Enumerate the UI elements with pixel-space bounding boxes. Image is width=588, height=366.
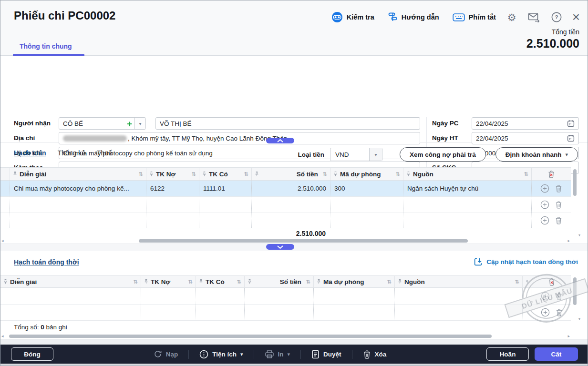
col-ma-du-phong[interactable]: Mã dự phòng⇅ [314, 276, 395, 287]
accounting-table-header: Diễn giải⇅ TK Nợ⇅ TK Có⇅ Số tiền⇅ Mã dự … [0, 167, 571, 181]
footer-actions: Nạp Tiện ích ▾ In ▾ Duyệt Xóa [154, 350, 387, 359]
delete-row-icon[interactable] [556, 308, 563, 316]
pin-icon [255, 171, 259, 177]
scroll-left-icon[interactable]: ◂ [1, 334, 4, 339]
delete-row-icon[interactable] [555, 216, 562, 224]
utilities-button[interactable]: Tiện ích ▾ [199, 350, 243, 359]
vertical-scrollbar[interactable] [573, 168, 577, 235]
currency-select[interactable]: VND ▾ [330, 148, 382, 161]
trash-icon [363, 350, 371, 359]
delete-all-rows-button[interactable] [532, 276, 571, 287]
horizontal-scrollbar[interactable]: ◂ ▸ [0, 334, 571, 339]
delete-all-rows-button[interactable] [532, 168, 571, 180]
col-nguon[interactable]: Nguồn⇅ [403, 168, 532, 180]
table-row-empty[interactable] [0, 213, 571, 228]
cell-tk-no[interactable]: 6122 [146, 181, 199, 196]
chevron-down-icon: ▾ [565, 152, 568, 158]
table-row-empty[interactable] [0, 305, 571, 321]
table-row-empty[interactable] [0, 197, 571, 213]
delete-row-icon[interactable] [555, 201, 562, 209]
pin-icon [248, 279, 252, 285]
settings-button[interactable]: ⚙ [507, 12, 516, 22]
add-recipient-icon[interactable]: + [124, 119, 134, 128]
tab-general-info[interactable]: Thông tin chung [20, 42, 72, 50]
update-simultaneous-link[interactable]: Cập nhật hạch toán đồng thời [474, 257, 578, 266]
cell-nguon[interactable]: Ngân sách Huyện tự chủ [403, 181, 532, 196]
add-row-icon[interactable] [541, 308, 550, 317]
col-tk-no[interactable]: TK Nợ⇅ [141, 276, 196, 287]
col-tk-co[interactable]: TK Có⇅ [199, 168, 252, 180]
cell-ma-du-phong[interactable]: 300 [330, 181, 403, 196]
col-dien-giai[interactable]: Diễn giải⇅ [10, 168, 146, 180]
cell-so-tien[interactable]: 2.510.000 [252, 181, 330, 196]
add-row-icon[interactable] [540, 216, 549, 225]
delete-row-icon[interactable] [556, 292, 563, 300]
approve-button[interactable]: Duyệt [311, 350, 341, 359]
scroll-right-icon[interactable]: ▸ [567, 238, 570, 244]
shortcuts-button[interactable]: Phím tắt [453, 13, 496, 21]
simultaneous-section-link[interactable]: Hạch toán đồng thời [14, 258, 79, 266]
recipient-name-field[interactable]: VÕ THỊ BẾ [155, 117, 420, 130]
recipient-dropdown-arrow[interactable]: ▾ [134, 118, 145, 129]
cell-tk-co[interactable]: 1111.01 [199, 181, 252, 196]
tab-hach-toan[interactable]: Hạch toán [14, 149, 46, 157]
cell-dien-giai[interactable]: Chi mua máy photocopy cho phòng kế... [10, 181, 146, 196]
expand-section-button[interactable] [266, 244, 294, 250]
tab-thue[interactable]: Thuế [97, 149, 112, 157]
help-button[interactable]: ? [551, 12, 562, 22]
scroll-right-icon[interactable]: ▸ [567, 334, 570, 339]
quick-entry-button[interactable]: Định khoản nhanh ▾ [495, 147, 578, 162]
postpone-button[interactable]: Hoãn [486, 347, 529, 361]
calendar-icon[interactable] [567, 120, 575, 127]
chevron-down-icon: ▾ [288, 351, 290, 357]
recipient-label: Người nhận [14, 117, 51, 130]
ngay-pc-field[interactable]: 22/04/2025 [472, 117, 579, 130]
divider [352, 350, 352, 359]
scroll-down-icon[interactable]: ▾ [578, 233, 580, 237]
delete-button[interactable]: Xóa [363, 350, 387, 359]
reload-button[interactable]: Nạp [154, 350, 178, 358]
add-row-icon[interactable] [540, 184, 549, 193]
col-dien-giai[interactable]: Diễn giải⇅ [0, 276, 141, 287]
address-field[interactable]: , Khóm mỹ tây, TT Mỹ Thọ, huyện Cao Lãnh… [59, 132, 420, 144]
add-row-icon[interactable] [540, 200, 549, 209]
close-button[interactable]: × [572, 10, 580, 24]
add-row-icon[interactable] [541, 292, 550, 301]
pin-icon [149, 171, 154, 177]
calendar-icon[interactable] [567, 134, 575, 142]
tab-thong-ke[interactable]: Thống kê [58, 149, 85, 157]
chevron-down-icon: ▾ [240, 351, 243, 357]
scrollbar-thumb[interactable] [573, 169, 577, 196]
recipient-combo[interactable]: CÔ BẾ + ▾ [59, 117, 146, 130]
scrollbar-thumb[interactable] [573, 277, 577, 305]
col-nguon[interactable]: Nguồn⇅ [395, 276, 523, 287]
sort-icon: ⇅ [396, 171, 400, 177]
ngay-ht-field[interactable]: 22/04/2025 [472, 132, 579, 144]
scroll-down-icon[interactable]: ▾ [578, 317, 580, 321]
send-feedback-button[interactable] [528, 12, 540, 22]
accounting-tabs: Hạch toán Thống kê Thuế [14, 149, 112, 157]
col-tk-co[interactable]: TK Có⇅ [196, 276, 245, 287]
close-form-button[interactable]: Đóng [11, 347, 53, 361]
save-button[interactable]: Cất [535, 347, 578, 361]
delete-row-icon[interactable] [555, 184, 562, 193]
table-row[interactable]: Chi mua máy photocopy cho phòng kế... 61… [0, 181, 571, 197]
guide-button[interactable]: Hướng dẫn [388, 12, 439, 22]
sort-icon: ⇅ [306, 279, 310, 285]
col-ma-du-phong[interactable]: Mã dự phòng⇅ [330, 168, 403, 180]
view-payables-button[interactable]: Xem công nợ phải trả [400, 147, 486, 162]
ngay-ht-label: Ngày HT [432, 132, 458, 144]
scrollbar-thumb[interactable] [139, 239, 468, 243]
col-so-tien[interactable]: Số tiền⇅ [245, 276, 314, 287]
check-button[interactable]: Kiểm tra [331, 11, 374, 23]
vertical-scrollbar[interactable] [573, 276, 577, 320]
horizontal-scrollbar[interactable]: ◂ ▸ [0, 238, 571, 244]
col-so-tien[interactable]: Số tiền⇅ [252, 168, 330, 180]
collapse-header-button[interactable] [266, 138, 294, 143]
table-row-empty[interactable] [0, 288, 571, 305]
col-tk-no[interactable]: TK Nợ⇅ [146, 168, 199, 180]
print-button[interactable]: In ▾ [265, 350, 290, 359]
scroll-left-icon[interactable]: ◂ [1, 238, 4, 244]
accounting-controls: Loại tiền VND ▾ Xem công nợ phải trả Địn… [298, 147, 578, 162]
scrollbar-thumb[interactable] [9, 335, 492, 338]
